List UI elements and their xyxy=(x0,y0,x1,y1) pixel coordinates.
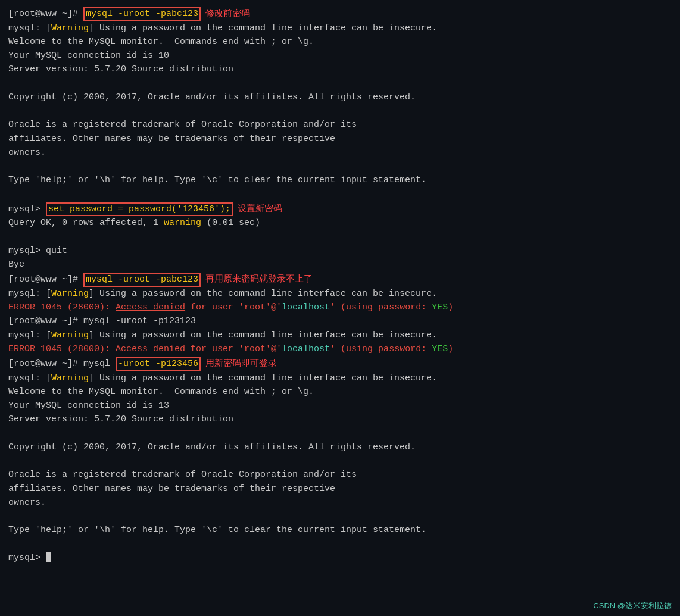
line-server-ver-2: Server version: 5.7.20 Source distributi… xyxy=(8,412,672,426)
annotation-set-new: 设置新密码 xyxy=(238,203,282,213)
line-oracle-4: Oracle is a registered trademark of Orac… xyxy=(8,468,672,481)
line-relogin: [root@www ~]# mysql -uroot -pabc123再用原来密… xyxy=(8,271,672,287)
cmd-highlight-newpwd: -uroot -p123456 xyxy=(116,357,201,371)
line-welcome-2: Welcome to the MySQL monitor. Commands e… xyxy=(8,385,672,399)
line-copyright-2: Copyright (c) 2000, 2017, Oracle and/or … xyxy=(8,440,672,454)
line-error-2: ERROR 1045 (28000): Access denied for us… xyxy=(8,342,672,356)
annotation-cannot-login: 再用原来密码就登录不上了 xyxy=(205,273,313,283)
line-help-2: Type 'help;' or '\h' for help. Type '\c'… xyxy=(8,523,672,537)
line-bye: Bye xyxy=(8,258,672,271)
cmd-highlight-relogin: mysql -uroot -pabc123 xyxy=(83,273,201,287)
line-oracle-1: Oracle is a registered trademark of Orac… xyxy=(8,118,672,132)
line-3: Welcome to the MySQL monitor. Commands e… xyxy=(8,35,672,49)
line-warning-2: mysql: [Warning] Using a password on the… xyxy=(8,287,672,301)
line-help-1: Type 'help;' or '\h' for help. Type '\c'… xyxy=(8,173,672,187)
line-warning-3: mysql: [Warning] Using a password on the… xyxy=(8,329,672,342)
line-copyright-1: Copyright (c) 2000, 2017, Oracle and/or … xyxy=(8,90,672,104)
terminal: [root@www ~]# mysql -uroot -pabc123修改前密码… xyxy=(8,6,672,565)
line-1: [root@www ~]# mysql -uroot -pabc123修改前密码 xyxy=(8,6,672,21)
cmd-highlight-set-pwd: set password = password('123456'); xyxy=(46,202,233,217)
annotation-before-password: 修改前密码 xyxy=(205,8,250,18)
line-set-password: mysql> set password = password('123456')… xyxy=(8,201,672,217)
line-4: Your MySQL connection id is 10 xyxy=(8,49,672,62)
line-5: Server version: 5.7.20 Source distributi… xyxy=(8,62,672,76)
line-oracle-3: owners. xyxy=(8,146,672,160)
line-quit: mysql> quit xyxy=(8,244,672,258)
line-query-ok: Query OK, 0 rows affected, 1 warning (0.… xyxy=(8,216,672,230)
line-2: mysql: [Warning] Using a password on the… xyxy=(8,21,672,35)
cursor-block xyxy=(46,552,51,562)
line-oracle-5: affiliates. Other names may be trademark… xyxy=(8,482,672,496)
line-final-prompt: mysql> xyxy=(8,551,672,565)
line-oracle-6: owners. xyxy=(8,496,672,509)
line-error-1: ERROR 1045 (28000): Access denied for us… xyxy=(8,301,672,314)
line-conn-13: Your MySQL connection id is 13 xyxy=(8,399,672,412)
annotation-new-pwd-login: 用新密码即可登录 xyxy=(205,358,277,368)
cmd-highlight-1: mysql -uroot -pabc123 xyxy=(83,7,201,21)
watermark: CSDN @达米安利拉德 xyxy=(593,601,672,611)
line-warning-4: mysql: [Warning] Using a password on the… xyxy=(8,371,672,385)
line-new-login: [root@www ~]# mysql -uroot -p123456用新密码即… xyxy=(8,356,672,371)
line-try-123123: [root@www ~]# mysql -uroot -p123123 xyxy=(8,314,672,328)
line-oracle-2: affiliates. Other names may be trademark… xyxy=(8,132,672,146)
